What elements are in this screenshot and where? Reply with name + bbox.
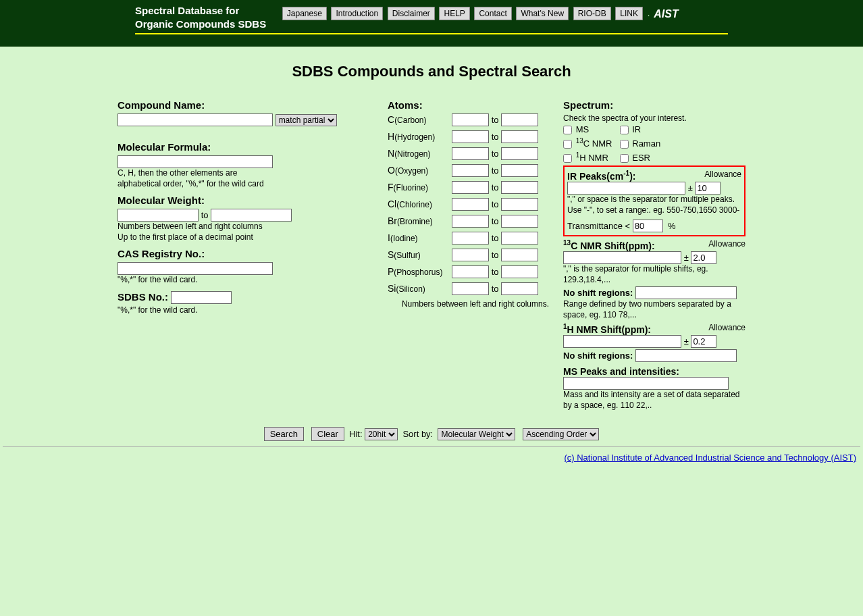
atom-h-from[interactable] <box>452 130 489 143</box>
cas-label: CAS Registry No.: <box>117 248 388 259</box>
compound-name-label: Compound Name: <box>117 99 388 111</box>
cnmr-noshift-input[interactable] <box>635 286 737 299</box>
sdbs-input[interactable] <box>171 291 232 304</box>
hnmr-shift-label: H NMR Shift(ppm): <box>567 324 651 335</box>
divider <box>3 446 860 447</box>
atom-si-to[interactable] <box>501 282 538 295</box>
aist-logo: AIST <box>654 8 678 20</box>
atom-row-cl: Cl(Chlorine) to <box>388 198 563 211</box>
nav-disclaimer[interactable]: Disclaimer <box>388 7 435 20</box>
nav-introduction[interactable]: Introduction <box>331 7 383 20</box>
nav-help[interactable]: HELP <box>439 7 469 20</box>
transmittance-label: Transmittance < <box>567 221 630 231</box>
sort-label: Sort by: <box>402 429 433 439</box>
check-esr[interactable] <box>620 154 629 163</box>
check-ms[interactable] <box>563 126 572 134</box>
check-13cnmr[interactable] <box>563 140 572 149</box>
atom-cl-to[interactable] <box>501 198 538 211</box>
atom-i-to[interactable] <box>501 232 538 245</box>
sdbs-label: SDBS No.: <box>117 291 168 303</box>
atom-s-to[interactable] <box>501 249 538 261</box>
atom-p-from[interactable] <box>452 265 489 278</box>
atom-f-from[interactable] <box>452 181 489 194</box>
atom-row-c: C(Carbon) to <box>388 113 563 126</box>
hnmr-allowance-input[interactable] <box>691 335 716 348</box>
nav-contact[interactable]: Contact <box>474 7 511 20</box>
search-button[interactable]: Search <box>264 427 304 441</box>
mw-hint: Numbers between left and right columns U… <box>117 222 388 242</box>
atom-o-from[interactable] <box>452 164 489 177</box>
formula-input[interactable] <box>117 155 273 168</box>
hnmr-allowance-label: Allowance <box>708 323 746 332</box>
atom-label: P(Phosphorus) <box>388 266 452 277</box>
atom-c-from[interactable] <box>452 113 489 126</box>
nav-riodb[interactable]: RIO-DB <box>573 7 611 20</box>
order-select[interactable]: Ascending Order <box>523 428 599 440</box>
atom-label: F(Fluorine) <box>388 182 452 192</box>
atom-i-from[interactable] <box>452 232 489 245</box>
cnmr-shift-label: C NMR Shift(ppm): <box>571 240 654 251</box>
check-raman[interactable] <box>620 140 629 149</box>
check-ir[interactable] <box>620 126 629 134</box>
ir-peaks-box: IR Peaks(cm-1): Allowance ± "," or space… <box>563 165 746 236</box>
atom-row-p: P(Phosphorus) to <box>388 265 563 278</box>
atom-h-to[interactable] <box>501 130 538 143</box>
atom-p-to[interactable] <box>501 265 538 278</box>
atom-label: Si(Silicon) <box>388 283 452 294</box>
cas-input[interactable] <box>117 262 273 275</box>
ms-peaks-input[interactable] <box>563 377 729 390</box>
header: Spectral Database for Organic Compounds … <box>0 0 863 47</box>
mw-to-input[interactable] <box>211 209 292 222</box>
hnmr-noshift-input[interactable] <box>635 349 737 362</box>
nav-whatsnew[interactable]: What's New <box>516 7 569 20</box>
atom-label: Cl(Chlorine) <box>388 199 452 209</box>
atom-row-h: H(Hydrogen) to <box>388 130 563 143</box>
atom-row-f: F(Fluorine) to <box>388 181 563 194</box>
cnmr-noshift-hint: Range defined by two numbers separated b… <box>563 299 746 320</box>
atom-label: N(Nitrogen) <box>388 148 452 159</box>
sdbs-hint: "%,*" for the wild card. <box>117 305 388 316</box>
atom-n-from[interactable] <box>452 147 489 160</box>
ms-peaks-label: MS Peaks and intensities: <box>563 366 746 377</box>
atom-row-n: N(Nitrogen) to <box>388 147 563 160</box>
atom-row-o: O(Oxygen) to <box>388 164 563 177</box>
nav-japanese[interactable]: Japanese <box>282 7 327 20</box>
site-title: Spectral Database for Organic Compounds … <box>135 4 266 30</box>
atom-c-to[interactable] <box>501 113 538 126</box>
formula-label: Molecular Formula: <box>117 141 388 153</box>
cnmr-noshift-label: No shift regions: <box>563 288 633 298</box>
footer-controls: Search Clear Hit: 20hit Sort by: Molecul… <box>117 427 746 441</box>
atom-row-i: I(Iodine) to <box>388 232 563 245</box>
match-select[interactable]: match partial <box>276 114 337 126</box>
atom-f-to[interactable] <box>501 181 538 194</box>
atom-o-to[interactable] <box>501 164 538 177</box>
atoms-label: Atoms: <box>388 99 563 111</box>
atom-label: S(Sulfur) <box>388 249 452 260</box>
atom-br-to[interactable] <box>501 215 538 228</box>
mw-to-label: to <box>201 210 209 220</box>
atom-n-to[interactable] <box>501 147 538 160</box>
ir-peaks-input[interactable] <box>567 182 685 195</box>
cnmr-allowance-input[interactable] <box>691 251 716 264</box>
transmittance-input[interactable] <box>633 220 663 232</box>
cas-hint: "%,*" for the wild card. <box>117 275 388 286</box>
atom-cl-from[interactable] <box>452 198 489 211</box>
atom-label: I(Iodine) <box>388 232 452 243</box>
atom-row-br: Br(Bromine) to <box>388 215 563 228</box>
cnmr-shift-input[interactable] <box>563 251 681 264</box>
mw-from-input[interactable] <box>117 209 199 222</box>
check-1hnmr[interactable] <box>563 154 572 163</box>
mw-label: Molecular Weight: <box>117 195 388 206</box>
atom-s-from[interactable] <box>452 249 489 261</box>
clear-button[interactable]: Clear <box>311 427 344 441</box>
copyright-link[interactable]: (c) National Institute of Advanced Indus… <box>564 453 856 463</box>
ir-allowance-input[interactable] <box>695 182 721 195</box>
atom-si-from[interactable] <box>452 282 489 295</box>
atom-label: C(Carbon) <box>388 114 452 125</box>
atom-br-from[interactable] <box>452 215 489 228</box>
nav-link[interactable]: LINK <box>615 7 643 20</box>
compound-name-input[interactable] <box>117 113 273 126</box>
hit-select[interactable]: 20hit <box>365 428 398 440</box>
sort-select[interactable]: Molecular Weight <box>438 428 515 440</box>
hnmr-shift-input[interactable] <box>563 335 681 348</box>
